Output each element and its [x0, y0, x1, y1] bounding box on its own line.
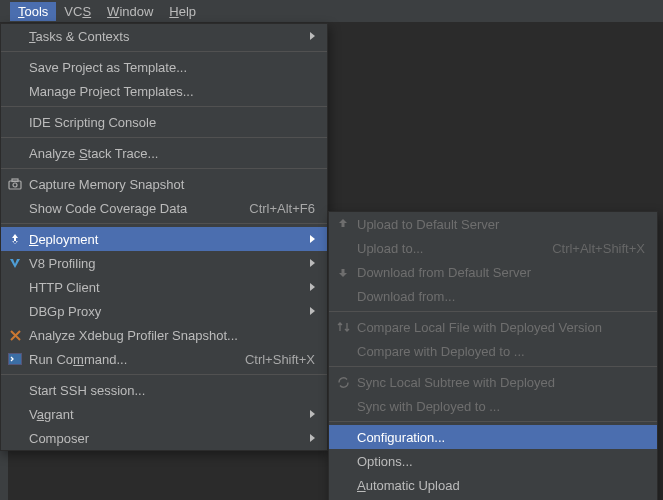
menubar-help[interactable]: Help	[161, 2, 204, 21]
menu-download-default: Download from Default Server	[329, 260, 657, 284]
download-icon	[335, 264, 351, 280]
menu-analyze-stack-trace[interactable]: Analyze Stack Trace...	[1, 141, 327, 165]
menu-compare-local: Compare Local File with Deployed Version	[329, 315, 657, 339]
submenu-arrow-icon	[310, 410, 315, 418]
svg-point-2	[13, 183, 17, 187]
deployment-submenu: Upload to Default Server Upload to... Ct…	[328, 211, 658, 500]
compare-icon	[335, 319, 351, 335]
camera-icon	[7, 176, 23, 192]
menu-download-from: Download from...	[329, 284, 657, 308]
menu-ide-scripting[interactable]: IDE Scripting Console	[1, 110, 327, 134]
menu-xdebug-profiler[interactable]: Analyze Xdebug Profiler Snapshot...	[1, 323, 327, 347]
menu-separator	[329, 366, 657, 367]
menu-separator	[1, 223, 327, 224]
svg-rect-3	[9, 354, 22, 365]
menu-options[interactable]: Options...	[329, 449, 657, 473]
menu-configuration[interactable]: Configuration...	[329, 425, 657, 449]
upload-icon	[335, 216, 351, 232]
tools-menu: Tasks & Contexts Save Project as Templat…	[0, 23, 328, 451]
menu-vagrant[interactable]: Vagrant	[1, 402, 327, 426]
submenu-arrow-icon	[310, 32, 315, 40]
menu-automatic-upload[interactable]: Automatic Upload	[329, 473, 657, 497]
menubar-window[interactable]: Window	[99, 2, 161, 21]
shortcut-label: Ctrl+Shift+X	[245, 352, 315, 367]
menubar-tools[interactable]: Tools	[10, 2, 56, 21]
deployment-icon	[7, 231, 23, 247]
submenu-arrow-icon	[310, 235, 315, 243]
submenu-arrow-icon	[310, 307, 315, 315]
sync-icon	[335, 374, 351, 390]
menu-separator	[329, 421, 657, 422]
menu-upload-default: Upload to Default Server	[329, 212, 657, 236]
menu-save-template[interactable]: Save Project as Template...	[1, 55, 327, 79]
shortcut-label: Ctrl+Alt+Shift+X	[552, 241, 645, 256]
svg-rect-0	[9, 181, 21, 189]
menu-compare-deployed: Compare with Deployed to ...	[329, 339, 657, 363]
menu-separator	[1, 137, 327, 138]
svg-rect-1	[12, 179, 18, 182]
menu-dbgp-proxy[interactable]: DBGp Proxy	[1, 299, 327, 323]
menu-sync-deployed: Sync with Deployed to ...	[329, 394, 657, 418]
menu-v8-profiling[interactable]: V8 Profiling	[1, 251, 327, 275]
menu-separator	[1, 106, 327, 107]
menu-http-client[interactable]: HTTP Client	[1, 275, 327, 299]
menu-manage-templates[interactable]: Manage Project Templates...	[1, 79, 327, 103]
menu-sync-local: Sync Local Subtree with Deployed	[329, 370, 657, 394]
menu-deployment[interactable]: Deployment	[1, 227, 327, 251]
menubar-vcs[interactable]: VCS	[56, 2, 99, 21]
submenu-arrow-icon	[310, 259, 315, 267]
menu-run-command[interactable]: Run Command... Ctrl+Shift+X	[1, 347, 327, 371]
menu-show-coverage[interactable]: Show Code Coverage Data Ctrl+Alt+F6	[1, 196, 327, 220]
xdebug-icon	[7, 327, 23, 343]
menubar: Tools VCS Window Help	[0, 0, 663, 23]
terminal-icon	[7, 351, 23, 367]
menu-upload-to: Upload to... Ctrl+Alt+Shift+X	[329, 236, 657, 260]
menu-separator	[1, 374, 327, 375]
menu-separator	[329, 311, 657, 312]
shortcut-label: Ctrl+Alt+F6	[249, 201, 315, 216]
menu-capture-memory[interactable]: Capture Memory Snapshot	[1, 172, 327, 196]
v8-icon	[7, 255, 23, 271]
submenu-arrow-icon	[310, 283, 315, 291]
menu-separator	[1, 51, 327, 52]
menu-tasks-contexts[interactable]: Tasks & Contexts	[1, 24, 327, 48]
menu-composer[interactable]: Composer	[1, 426, 327, 450]
menubar-tools-label: ools	[25, 4, 49, 19]
menu-start-ssh[interactable]: Start SSH session...	[1, 378, 327, 402]
submenu-arrow-icon	[310, 434, 315, 442]
menu-separator	[1, 168, 327, 169]
